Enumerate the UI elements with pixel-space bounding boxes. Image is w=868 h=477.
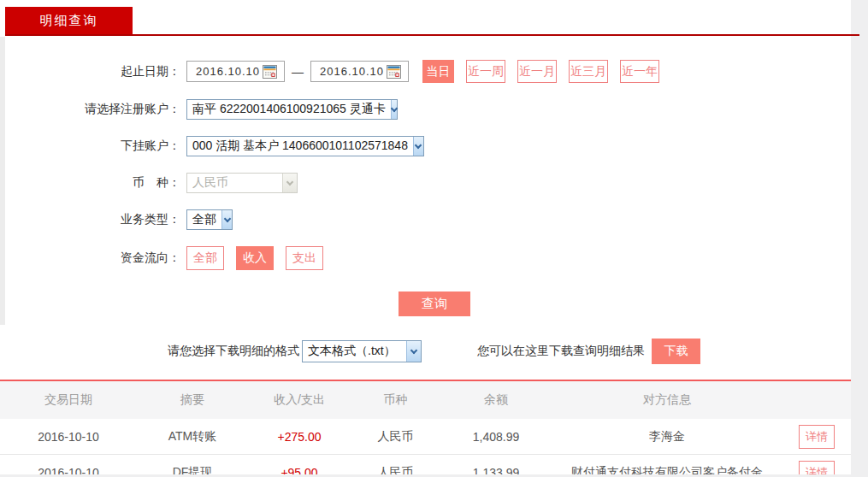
left-gutter <box>0 37 5 325</box>
sub-account-select[interactable]: 000 活期 基本户 1406600101102571848 <box>186 136 424 156</box>
cell-date: 2016-10-10 <box>0 430 137 444</box>
range-year-button[interactable]: 近一年 <box>620 60 659 83</box>
business-type-select[interactable]: 全部 <box>186 209 233 230</box>
register-account-row: 请选择注册账户： 南平 6222001406100921065 灵通卡 <box>5 99 868 120</box>
cell-summary: ATM转账 <box>137 429 248 445</box>
cell-balance: 1,408.99 <box>440 430 552 444</box>
detail-query-page: 明细查询 起止日期： — <box>0 0 868 477</box>
fund-flow-expense-button[interactable]: 支出 <box>286 246 323 270</box>
right-gutter <box>851 0 868 477</box>
range-month-button[interactable]: 近一月 <box>517 60 557 83</box>
download-row: 请您选择下载明细的格式 文本格式（.txt） 您可以在这里下载查询明细结果 下载 <box>168 335 868 368</box>
currency-label: 币 种： <box>5 175 180 191</box>
tab-bar: 明细查询 <box>0 0 868 34</box>
range-today-button[interactable]: 当日 <box>422 60 454 83</box>
date-separator: — <box>292 65 304 79</box>
register-account-value: 南平 6222001406100921065 灵通卡 <box>187 102 391 117</box>
table-header-row: 交易日期 摘要 收入/支出 币种 余额 对方信息 <box>0 381 851 419</box>
fund-flow-label: 资金流向： <box>5 250 180 266</box>
table-row: 2016-10-10 ATM转账 +275.00 人民币 1,408.99 李海… <box>0 419 851 455</box>
header-counterparty: 对方信息 <box>552 392 782 408</box>
chevron-down-icon <box>391 100 397 119</box>
header-date: 交易日期 <box>0 392 137 408</box>
start-date-input[interactable] <box>196 65 263 78</box>
download-format-label: 请您选择下载明细的格式 <box>168 344 299 359</box>
query-form: 起止日期： — <box>0 34 868 368</box>
start-date-field[interactable] <box>186 61 285 82</box>
business-type-value: 全部 <box>187 212 221 227</box>
register-account-label: 请选择注册账户： <box>5 102 180 117</box>
header-amount: 收入/支出 <box>248 392 351 408</box>
business-type-label: 业务类型： <box>5 212 180 227</box>
business-type-row: 业务类型： 全部 <box>5 209 868 230</box>
currency-row: 币 种： 人民币 <box>5 173 868 193</box>
calendar-icon[interactable] <box>263 65 277 79</box>
fund-flow-all-button[interactable]: 全部 <box>186 246 224 270</box>
cell-amount: +275.00 <box>248 430 351 444</box>
download-button[interactable]: 下载 <box>652 339 700 364</box>
download-hint: 您可以在这里下载查询明细结果 <box>477 344 645 359</box>
detail-button[interactable]: 详情 <box>799 425 835 449</box>
chevron-down-icon <box>282 174 297 192</box>
range-week-button[interactable]: 近一周 <box>466 60 505 83</box>
download-format-value: 文本格式（.txt） <box>303 344 401 359</box>
end-date-field[interactable] <box>310 61 409 82</box>
tab-label: 明细查询 <box>40 13 98 29</box>
header-currency: 币种 <box>351 392 440 408</box>
chevron-down-icon <box>221 210 232 229</box>
sub-account-label: 下挂账户： <box>5 138 180 154</box>
header-summary: 摘要 <box>137 392 248 408</box>
calendar-icon[interactable] <box>387 65 401 79</box>
sub-account-row: 下挂账户： 000 活期 基本户 1406600101102571848 <box>5 136 868 156</box>
currency-value: 人民币 <box>187 175 233 191</box>
date-range-label: 起止日期： <box>5 64 180 80</box>
register-account-select[interactable]: 南平 6222001406100921065 灵通卡 <box>186 99 398 120</box>
results-table: 交易日期 摘要 收入/支出 币种 余额 对方信息 2016-10-10 ATM转… <box>0 381 851 477</box>
end-date-input[interactable] <box>320 65 387 78</box>
query-row: 查询 <box>399 292 868 316</box>
tab-detail-query[interactable]: 明细查询 <box>5 7 133 34</box>
fund-flow-row: 资金流向： 全部 收入 支出 <box>5 246 868 270</box>
cell-counterparty: 李海金 <box>552 429 782 445</box>
download-format-select[interactable]: 文本格式（.txt） <box>302 340 422 362</box>
date-range-row: 起止日期： — <box>5 60 868 83</box>
currency-select: 人民币 <box>186 173 298 193</box>
cell-currency: 人民币 <box>351 429 440 445</box>
tab-underline <box>5 34 859 36</box>
chevron-down-icon <box>406 341 421 362</box>
chevron-down-icon <box>413 137 423 156</box>
header-balance: 余额 <box>440 392 552 408</box>
range-quarter-button[interactable]: 近三月 <box>569 60 608 83</box>
query-button[interactable]: 查询 <box>399 292 470 316</box>
sub-account-value: 000 活期 基本户 1406600101102571848 <box>187 138 413 154</box>
fund-flow-income-button[interactable]: 收入 <box>236 246 274 270</box>
